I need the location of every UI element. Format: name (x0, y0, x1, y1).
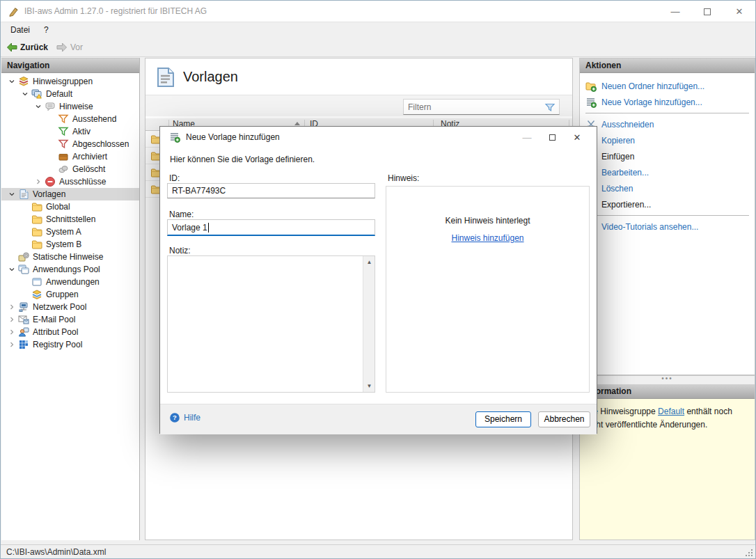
tree-item-label: Default (46, 89, 72, 99)
tree-indent (45, 114, 58, 124)
action-neuen-ordner-hinzufugen[interactable]: Neuen Ordner hinzufügen... (580, 78, 755, 94)
scroll-up-icon[interactable]: ▲ (363, 256, 375, 268)
notiz-textarea[interactable]: ▲ ▼ (167, 255, 375, 393)
chevron-right-icon[interactable] (5, 327, 18, 337)
nav-item-schnittstellen[interactable]: Schnittstellen (1, 213, 139, 226)
name-label: Name: (169, 210, 194, 219)
notiz-scrollbar[interactable]: ▲ ▼ (363, 256, 375, 392)
tree-item-label: Netzwerk Pool (33, 302, 86, 312)
default-group-link[interactable]: Default (658, 407, 684, 416)
action-list: Neuen Ordner hinzufügen...Neue Vorlage h… (580, 73, 755, 235)
action-label: Löschen (601, 184, 633, 194)
nav-item-global[interactable]: Global (1, 200, 139, 213)
resize-grip-icon[interactable] (744, 549, 753, 558)
back-button[interactable]: Zurück (6, 40, 48, 54)
action-loschen[interactable]: Löschen (580, 180, 755, 196)
nav-item-system-b[interactable]: System B (1, 238, 139, 251)
scroll-down-icon[interactable]: ▼ (363, 380, 375, 392)
maximize-button[interactable] (691, 1, 723, 22)
action-kopieren[interactable]: Kopieren (580, 132, 755, 148)
minimize-button[interactable]: — (659, 1, 691, 22)
dialog-title: Neue Vorlage hinzufügen (186, 127, 280, 148)
filter-funnel-icon[interactable] (544, 102, 556, 113)
nav-item-ausstehend[interactable]: Ausstehend (1, 113, 139, 125)
tree-item-label: Hinweise (59, 102, 93, 111)
nav-item-default[interactable]: Default (1, 88, 139, 100)
cancel-button[interactable]: Abbrechen (538, 411, 590, 427)
folder-icon (31, 226, 42, 237)
tree-indent (45, 127, 58, 136)
nav-item-attribut-pool[interactable]: Attribut Pool (1, 326, 139, 338)
chevron-right-icon[interactable] (5, 315, 18, 324)
dialog-controls: — ✕ (514, 127, 590, 148)
add-hinweis-link[interactable]: Hinweis hinzufügen (451, 233, 523, 243)
svg-text:?: ? (173, 414, 177, 421)
chevron-down-icon[interactable] (5, 77, 18, 86)
action-bearbeiten[interactable]: Bearbeiten... (580, 164, 755, 180)
tree-item-label: Registry Pool (33, 340, 82, 349)
dialog-title-bar: Neue Vorlage hinzufügen — ✕ (160, 127, 597, 148)
chevron-down-icon[interactable] (5, 265, 18, 274)
splitter-handle[interactable]: ••• (580, 376, 755, 384)
back-arrow-icon (6, 42, 17, 53)
nav-item-gruppen[interactable]: Gruppen (1, 288, 139, 301)
nav-item-statische-hinweise[interactable]: Statische Hinweise (1, 251, 139, 263)
id-value: RT-BA77493C (172, 186, 226, 196)
filter-input[interactable] (404, 102, 544, 112)
static-notes-icon (18, 251, 29, 262)
folder-icon (31, 201, 42, 212)
text-caret (208, 223, 209, 233)
nav-item-e-mail-pool[interactable]: E-Mail Pool (1, 313, 139, 326)
nav-item-archiviert[interactable]: Archiviert (1, 150, 139, 163)
action-video-tutorials-ansehen[interactable]: Video-Tutorials ansehen... (580, 219, 755, 235)
tree-indent (45, 164, 58, 174)
dialog-close-button[interactable]: ✕ (565, 127, 590, 148)
save-button[interactable]: Speichern (475, 411, 531, 427)
nav-item-ausschlusse[interactable]: Ausschlüsse (1, 175, 139, 188)
filter-box (403, 99, 560, 115)
nav-item-anwendungs-pool[interactable]: Anwendungs Pool (1, 263, 139, 276)
nav-item-vorlagen[interactable]: Vorlagen (1, 188, 139, 200)
nav-item-registry-pool[interactable]: Registry Pool (1, 338, 139, 351)
nav-item-geloscht[interactable]: Gelöscht (1, 163, 139, 175)
action-label: Video-Tutorials ansehen... (601, 222, 698, 232)
id-field[interactable]: RT-BA77493C (167, 183, 375, 198)
chevron-down-icon[interactable] (31, 102, 45, 111)
action-exportieren: Exportieren... (580, 196, 755, 212)
action-neue-vorlage-hinzufugen[interactable]: Neue Vorlage hinzufügen... (580, 94, 755, 110)
chevron-right-icon[interactable] (5, 340, 18, 349)
exclude-icon (45, 176, 56, 187)
chevron-right-icon[interactable] (5, 302, 18, 312)
nav-item-aktiv[interactable]: Aktiv (1, 125, 139, 138)
maximize-icon (704, 8, 711, 15)
tree-item-label: Anwendungen (46, 277, 100, 287)
dialog-maximize-icon (549, 134, 556, 141)
information-panel: ••• Information Die Hinweisgruppe Defaul… (579, 375, 755, 540)
chevron-down-icon[interactable] (18, 89, 31, 99)
menu-datei[interactable]: Datei (8, 22, 33, 38)
tree-item-label: Ausschlüsse (59, 177, 106, 187)
hinweis-empty-text: Kein Hinweis hinterlegt (386, 216, 589, 226)
dialog-maximize-button[interactable] (540, 127, 565, 148)
chevron-right-icon[interactable] (31, 177, 45, 187)
help-link[interactable]: ? Hilfe (169, 412, 200, 423)
nav-item-system-a[interactable]: System A (1, 226, 139, 238)
nav-item-hinweise[interactable]: Hinweise (1, 100, 139, 113)
name-field[interactable]: Vorlage 1 (167, 219, 375, 236)
vorlagen-page-icon (154, 66, 176, 88)
nav-item-hinweisgruppen[interactable]: Hinweisgruppen (1, 75, 139, 88)
action-ausschneiden[interactable]: Ausschneiden (580, 116, 755, 132)
list-toolbar (145, 95, 572, 116)
tool-bar: Zurück Vor (1, 38, 755, 57)
page-title: Vorlagen (183, 69, 238, 85)
close-button[interactable]: ✕ (723, 1, 755, 22)
nav-item-netzwerk-pool[interactable]: Netzwerk Pool (1, 301, 139, 313)
menu-help[interactable]: ? (41, 22, 52, 38)
nav-item-anwendungen[interactable]: Anwendungen (1, 276, 139, 288)
registry-icon (18, 339, 29, 350)
folder-icon (31, 214, 42, 225)
tree-item-label: Attribut Pool (33, 327, 78, 337)
nav-item-abgeschlossen[interactable]: Abgeschlossen (1, 138, 139, 150)
chevron-down-icon[interactable] (5, 189, 18, 199)
tree-indent (18, 227, 31, 237)
